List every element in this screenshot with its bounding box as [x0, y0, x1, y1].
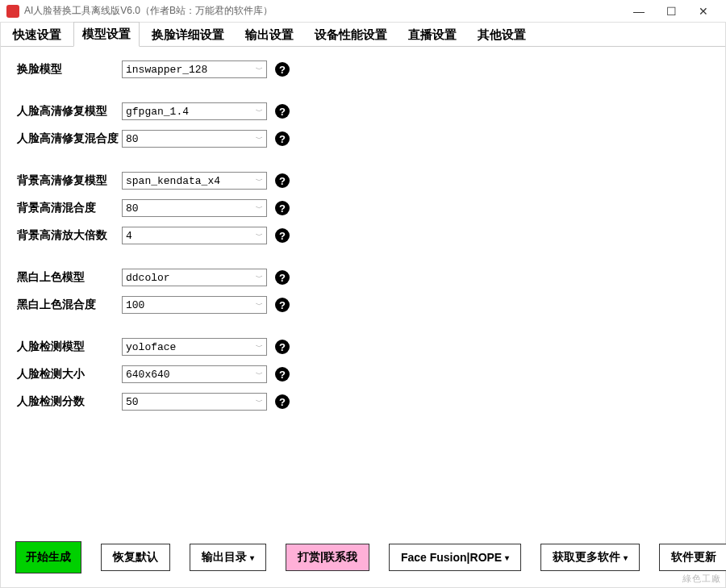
chevron-down-icon: ﹀ — [256, 203, 263, 214]
chevron-down-icon: ﹀ — [256, 231, 263, 241]
select-face-enhance-blend-value: 80 — [126, 133, 139, 145]
select-swap-model[interactable]: inswapper_128 ﹀ — [122, 60, 267, 78]
row-bg-enhance-blend: 背景高清混合度 80 ﹀ ? — [17, 198, 709, 218]
chevron-down-icon: ﹀ — [256, 369, 263, 380]
group-face-detect: 人脸检测模型 yoloface ﹀ ? 人脸检测大小 640x640 ﹀ ? 人… — [17, 337, 709, 411]
label-face-detect-size: 人脸检测大小 — [17, 367, 122, 382]
row-face-detect-score: 人脸检测分数 50 ﹀ ? — [17, 392, 709, 411]
app-icon — [6, 5, 19, 18]
update-button[interactable]: 软件更新 — [659, 544, 726, 571]
donate-button[interactable]: 打赏|联系我 — [286, 544, 369, 571]
row-face-detect-model: 人脸检测模型 yoloface ﹀ ? — [17, 337, 709, 357]
window-controls: — ☐ ✕ — [623, 0, 720, 23]
titlebar: AI人脸替换工具离线版V6.0（作者B站：万能君的软件库） — ☐ ✕ — [0, 0, 726, 23]
chevron-down-icon: ﹀ — [256, 134, 263, 144]
window-body: 快速设置 模型设置 换脸详细设置 输出设置 设备性能设置 直播设置 其他设置 换… — [0, 23, 726, 588]
label-bg-enhance-model: 背景高清修复模型 — [17, 173, 122, 188]
select-bw-color-blend-value: 100 — [126, 299, 144, 311]
chevron-down-icon: ﹀ — [256, 342, 263, 352]
more-software-button[interactable]: 获取更多软件 — [540, 544, 640, 571]
select-swap-model-value: inswapper_128 — [126, 64, 207, 76]
select-bg-enhance-model-value: span_kendata_x4 — [126, 175, 220, 187]
select-face-enhance-model-value: gfpgan_1.4 — [126, 106, 189, 118]
row-face-enhance-model: 人脸高清修复模型 gfpgan_1.4 ﹀ ? — [17, 102, 709, 121]
select-face-detect-score[interactable]: 50 ﹀ — [122, 393, 267, 411]
reset-button[interactable]: 恢复默认 — [101, 544, 170, 571]
help-icon[interactable]: ? — [275, 104, 290, 119]
select-face-detect-model-value: yoloface — [126, 341, 176, 353]
help-icon[interactable]: ? — [275, 201, 290, 215]
chevron-down-icon: ﹀ — [256, 106, 263, 117]
row-bg-enhance-scale: 背景高清放大倍数 4 ﹀ ? — [17, 226, 709, 245]
help-icon[interactable]: ? — [275, 298, 290, 312]
tab-output-settings[interactable]: 输出设置 — [236, 23, 302, 47]
tab-live-settings[interactable]: 直播设置 — [399, 23, 465, 47]
help-icon[interactable]: ? — [275, 228, 290, 243]
tab-quick-settings[interactable]: 快速设置 — [4, 23, 70, 47]
bottom-bar: 开始生成 恢复默认 输出目录 打赏|联系我 Face Fusion|ROPE 获… — [1, 539, 725, 587]
tab-device-settings[interactable]: 设备性能设置 — [306, 23, 396, 47]
label-swap-model: 换脸模型 — [17, 62, 122, 77]
label-bg-enhance-blend: 背景高清混合度 — [17, 201, 122, 215]
select-face-detect-score-value: 50 — [126, 396, 139, 408]
tab-swap-detail-settings[interactable]: 换脸详细设置 — [143, 23, 233, 47]
tab-content: 换脸模型 inswapper_128 ﹀ ? 人脸高清修复模型 gfpgan_1… — [1, 47, 725, 539]
row-bw-color-model: 黑白上色模型 ddcolor ﹀ ? — [17, 268, 709, 287]
chevron-down-icon: ﹀ — [256, 273, 263, 283]
select-bw-color-blend[interactable]: 100 ﹀ — [122, 296, 267, 314]
label-face-enhance-model: 人脸高清修复模型 — [17, 104, 122, 119]
label-face-detect-model: 人脸检测模型 — [17, 340, 122, 354]
group-bw-color: 黑白上色模型 ddcolor ﹀ ? 黑白上色混合度 100 ﹀ ? — [17, 268, 709, 315]
label-bw-color-blend: 黑白上色混合度 — [17, 298, 122, 312]
select-bw-color-model-value: ddcolor — [126, 272, 170, 284]
minimize-button[interactable]: — — [623, 0, 655, 23]
tab-model-settings[interactable]: 模型设置 — [73, 22, 140, 47]
chevron-down-icon: ﹀ — [256, 176, 263, 186]
help-icon[interactable]: ? — [275, 173, 290, 188]
help-icon[interactable]: ? — [275, 131, 290, 146]
row-bw-color-blend: 黑白上色混合度 100 ﹀ ? — [17, 295, 709, 315]
select-face-enhance-blend[interactable]: 80 ﹀ — [122, 130, 267, 148]
help-icon[interactable]: ? — [275, 62, 290, 77]
chevron-down-icon: ﹀ — [256, 397, 263, 407]
watermark: 綠色工廠 — [682, 573, 721, 585]
group-swap-model: 换脸模型 inswapper_128 ﹀ ? — [17, 60, 709, 79]
help-icon[interactable]: ? — [275, 340, 290, 354]
select-face-detect-size[interactable]: 640x640 ﹀ — [122, 365, 267, 383]
help-icon[interactable]: ? — [275, 367, 290, 382]
label-face-enhance-blend: 人脸高清修复混合度 — [17, 131, 122, 146]
select-face-detect-size-value: 640x640 — [126, 369, 170, 381]
close-button[interactable]: ✕ — [687, 0, 720, 23]
tab-bar: 快速设置 模型设置 换脸详细设置 输出设置 设备性能设置 直播设置 其他设置 — [1, 23, 725, 47]
tab-other-settings[interactable]: 其他设置 — [469, 23, 535, 47]
start-button[interactable]: 开始生成 — [15, 541, 81, 573]
help-icon[interactable]: ? — [275, 270, 290, 285]
chevron-down-icon: ﹀ — [256, 65, 263, 75]
label-face-detect-score: 人脸检测分数 — [17, 394, 122, 409]
select-face-enhance-model[interactable]: gfpgan_1.4 ﹀ — [122, 102, 267, 120]
select-bg-enhance-model[interactable]: span_kendata_x4 ﹀ — [122, 172, 267, 190]
select-face-detect-model[interactable]: yoloface ﹀ — [122, 338, 267, 356]
maximize-button[interactable]: ☐ — [655, 0, 687, 23]
help-icon[interactable]: ? — [275, 394, 290, 409]
group-face-enhance: 人脸高清修复模型 gfpgan_1.4 ﹀ ? 人脸高清修复混合度 80 ﹀ ? — [17, 102, 709, 148]
select-bg-enhance-blend[interactable]: 80 ﹀ — [122, 199, 267, 217]
row-bg-enhance-model: 背景高清修复模型 span_kendata_x4 ﹀ ? — [17, 171, 709, 190]
window-title: AI人脸替换工具离线版V6.0（作者B站：万能君的软件库） — [24, 4, 623, 18]
row-face-enhance-blend: 人脸高清修复混合度 80 ﹀ ? — [17, 129, 709, 148]
select-bg-enhance-scale[interactable]: 4 ﹀ — [122, 227, 267, 244]
select-bw-color-model[interactable]: ddcolor ﹀ — [122, 269, 267, 286]
select-bg-enhance-scale-value: 4 — [126, 230, 132, 242]
label-bg-enhance-scale: 背景高清放大倍数 — [17, 228, 122, 243]
label-bw-color-model: 黑白上色模型 — [17, 270, 122, 285]
group-bg-enhance: 背景高清修复模型 span_kendata_x4 ﹀ ? 背景高清混合度 80 … — [17, 171, 709, 245]
select-bg-enhance-blend-value: 80 — [126, 202, 139, 215]
row-swap-model: 换脸模型 inswapper_128 ﹀ ? — [17, 60, 709, 79]
row-face-detect-size: 人脸检测大小 640x640 ﹀ ? — [17, 365, 709, 384]
fusion-rope-button[interactable]: Face Fusion|ROPE — [389, 544, 521, 571]
output-dir-button[interactable]: 输出目录 — [190, 544, 266, 571]
chevron-down-icon: ﹀ — [256, 300, 263, 311]
